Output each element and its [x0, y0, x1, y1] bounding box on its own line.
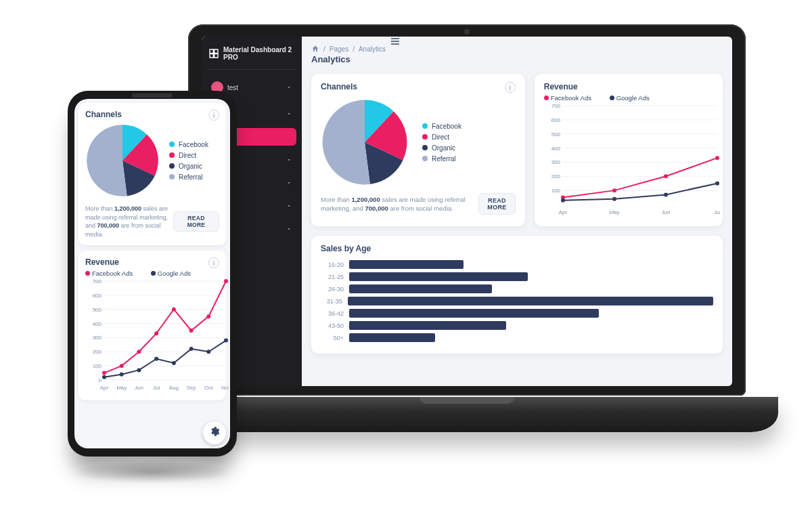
legend-item: Organic: [169, 163, 208, 170]
svg-text:May: May: [116, 385, 127, 391]
svg-text:700: 700: [93, 278, 102, 284]
svg-point-19: [612, 188, 616, 192]
phone-channels-title: Channels: [85, 110, 122, 119]
menu-icon[interactable]: [390, 37, 401, 48]
phone-channels-card: Channels i FacebookDirectOrganicReferral…: [78, 103, 226, 245]
svg-point-51: [120, 364, 124, 368]
svg-point-52: [137, 350, 141, 354]
svg-point-58: [102, 375, 106, 379]
age-bar-row: 36-42: [321, 309, 713, 318]
svg-text:200: 200: [551, 173, 560, 179]
revenue-title: Revenue: [544, 82, 578, 91]
channels-legend: FacebookDirectOrganicReferral: [422, 119, 461, 166]
info-icon[interactable]: i: [208, 257, 219, 268]
channels-pie-chart: [321, 98, 409, 186]
svg-text:300: 300: [551, 159, 560, 165]
svg-text:Apr: Apr: [100, 385, 109, 391]
legend-item: Referral: [422, 155, 461, 163]
info-icon[interactable]: i: [505, 82, 516, 93]
svg-text:Apr: Apr: [559, 209, 568, 215]
chevron-down-icon: [286, 179, 292, 186]
svg-text:Jun: Jun: [135, 385, 143, 391]
revenue-legend: Facebook Ads Google Ads: [544, 94, 713, 102]
svg-point-57: [224, 279, 228, 283]
info-icon[interactable]: i: [208, 110, 219, 121]
phone-revenue-title: Revenue: [85, 257, 119, 267]
svg-text:Jun: Jun: [661, 209, 670, 215]
svg-text:600: 600: [551, 117, 560, 123]
main-content: / Pages / Analytics Analytics Channels i…: [302, 37, 732, 386]
svg-text:Jul: Jul: [153, 385, 160, 391]
age-bar-row: 21-25: [321, 272, 713, 281]
sidebar-user-label: test: [227, 84, 238, 91]
breadcrumb-section[interactable]: Pages: [330, 45, 348, 53]
settings-fab[interactable]: [203, 421, 226, 444]
svg-text:300: 300: [93, 335, 102, 341]
legend-item: Organic: [422, 144, 461, 152]
svg-text:Sep: Sep: [186, 385, 196, 391]
svg-point-55: [189, 329, 194, 333]
brand-label: Material Dashboard 2 PRO: [223, 46, 295, 61]
svg-point-60: [137, 368, 141, 373]
age-bar-row: 26-30: [321, 284, 713, 293]
age-bar-row: 50+: [321, 333, 713, 342]
svg-text:400: 400: [93, 321, 102, 327]
svg-point-25: [715, 182, 719, 186]
age-bar-row: 31-35: [321, 297, 713, 305]
laptop-base: [156, 397, 778, 432]
svg-point-63: [189, 347, 194, 351]
breadcrumb-page: Analytics: [359, 45, 386, 53]
gear-icon: [209, 426, 220, 440]
svg-point-22: [561, 198, 565, 203]
breadcrumb: / Pages / Analytics: [311, 45, 723, 53]
svg-point-56: [206, 315, 210, 319]
svg-text:400: 400: [551, 146, 560, 152]
svg-point-54: [172, 308, 176, 312]
phone-revenue-legend: Facebook Ads Google Ads: [85, 270, 219, 277]
phone-read-more-button[interactable]: READ MORE: [173, 211, 219, 232]
svg-point-23: [612, 197, 616, 201]
svg-text:100: 100: [551, 188, 560, 194]
phone-shadow: [74, 461, 230, 484]
svg-text:Aug: Aug: [169, 385, 179, 391]
read-more-button[interactable]: READ MORE: [478, 193, 516, 215]
revenue-line-chart: 100200300400500600700AprMayJunJul: [544, 102, 720, 217]
svg-text:Oct: Oct: [204, 385, 213, 391]
laptop-device: Material Dashboard 2 PRO test: [156, 24, 778, 451]
phone-revenue-card: Revenue i Facebook Ads Google Ads 010020…: [78, 251, 226, 400]
svg-point-64: [206, 350, 210, 354]
svg-text:Jul: Jul: [714, 209, 720, 215]
svg-text:500: 500: [93, 307, 102, 313]
svg-point-62: [172, 361, 176, 365]
svg-point-21: [715, 156, 719, 160]
home-icon[interactable]: [311, 45, 319, 53]
laptop-app: Material Dashboard 2 PRO test: [202, 37, 732, 386]
phone-device: Channels i FacebookDirectOrganicReferral…: [68, 91, 237, 457]
chevron-down-icon: [286, 226, 292, 232]
svg-text:Nov: Nov: [221, 385, 229, 391]
svg-point-65: [224, 339, 228, 343]
legend-item: Referral: [169, 173, 208, 181]
svg-point-61: [154, 357, 158, 361]
legend-item: Facebook: [169, 141, 208, 148]
channels-card: Channels i FacebookDirectOrganicReferral…: [311, 74, 525, 226]
chevron-down-icon: [286, 203, 292, 209]
brand[interactable]: Material Dashboard 2 PRO: [207, 43, 296, 70]
page-title: Analytics: [311, 54, 723, 64]
phone-channels-pie-chart: [85, 123, 160, 198]
sales-by-age-card: Sales by Age 16-2021-2526-3031-3536-4243…: [311, 236, 723, 354]
svg-point-59: [120, 373, 124, 377]
svg-point-50: [102, 371, 106, 375]
age-bar-row: 43-50: [321, 321, 713, 330]
phone-channels-legend: FacebookDirectOrganicReferral: [169, 137, 208, 184]
phone-app: Channels i FacebookDirectOrganicReferral…: [74, 99, 230, 448]
sales-by-age-chart: 16-2021-2526-3031-3536-4243-5050+: [321, 260, 713, 342]
svg-point-53: [154, 332, 158, 336]
age-bar-row: 16-20: [321, 260, 713, 269]
svg-text:700: 700: [551, 103, 560, 109]
revenue-card: Revenue Facebook Ads Google Ads 10020030…: [535, 74, 723, 226]
legend-item: Direct: [169, 152, 208, 159]
svg-text:600: 600: [93, 293, 102, 299]
sales-by-age-title: Sales by Age: [321, 244, 371, 253]
chevron-down-icon: [286, 84, 292, 91]
